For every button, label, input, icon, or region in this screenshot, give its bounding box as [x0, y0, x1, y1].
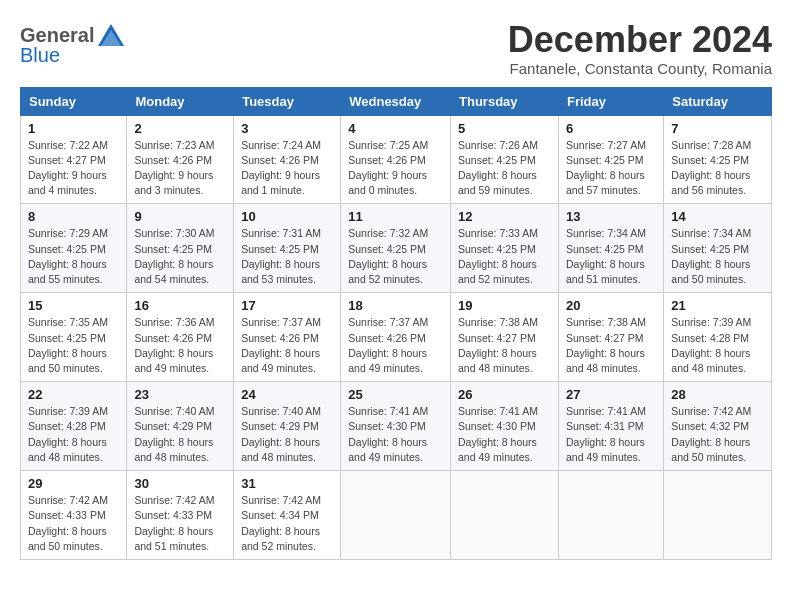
day-detail: Sunrise: 7:26 AM Sunset: 4:25 PM Dayligh… [458, 138, 551, 199]
calendar-day-cell: 18Sunrise: 7:37 AM Sunset: 4:26 PM Dayli… [341, 293, 451, 382]
day-number: 14 [671, 209, 764, 224]
calendar-day-cell: 2Sunrise: 7:23 AM Sunset: 4:26 PM Daylig… [127, 115, 234, 204]
day-detail: Sunrise: 7:32 AM Sunset: 4:25 PM Dayligh… [348, 226, 443, 287]
calendar-day-cell: 9Sunrise: 7:30 AM Sunset: 4:25 PM Daylig… [127, 204, 234, 293]
page-header: General Blue December 2024 Fantanele, Co… [20, 20, 772, 77]
calendar-day-cell: 7Sunrise: 7:28 AM Sunset: 4:25 PM Daylig… [664, 115, 772, 204]
weekday-header-cell: Saturday [664, 87, 772, 115]
day-detail: Sunrise: 7:39 AM Sunset: 4:28 PM Dayligh… [28, 404, 119, 465]
logo-icon [96, 20, 126, 50]
day-detail: Sunrise: 7:35 AM Sunset: 4:25 PM Dayligh… [28, 315, 119, 376]
day-detail: Sunrise: 7:24 AM Sunset: 4:26 PM Dayligh… [241, 138, 333, 199]
day-number: 8 [28, 209, 119, 224]
calendar-day-cell: 26Sunrise: 7:41 AM Sunset: 4:30 PM Dayli… [451, 382, 559, 471]
day-number: 1 [28, 121, 119, 136]
weekday-header-cell: Monday [127, 87, 234, 115]
calendar-day-cell: 29Sunrise: 7:42 AM Sunset: 4:33 PM Dayli… [21, 471, 127, 560]
calendar-day-cell: 10Sunrise: 7:31 AM Sunset: 4:25 PM Dayli… [234, 204, 341, 293]
day-number: 4 [348, 121, 443, 136]
calendar-day-cell: 30Sunrise: 7:42 AM Sunset: 4:33 PM Dayli… [127, 471, 234, 560]
day-detail: Sunrise: 7:25 AM Sunset: 4:26 PM Dayligh… [348, 138, 443, 199]
calendar-day-cell: 25Sunrise: 7:41 AM Sunset: 4:30 PM Dayli… [341, 382, 451, 471]
day-number: 5 [458, 121, 551, 136]
logo: General Blue [20, 20, 126, 67]
day-number: 23 [134, 387, 226, 402]
calendar-day-cell: 16Sunrise: 7:36 AM Sunset: 4:26 PM Dayli… [127, 293, 234, 382]
day-detail: Sunrise: 7:42 AM Sunset: 4:33 PM Dayligh… [28, 493, 119, 554]
day-number: 31 [241, 476, 333, 491]
day-detail: Sunrise: 7:30 AM Sunset: 4:25 PM Dayligh… [134, 226, 226, 287]
calendar-day-cell: 11Sunrise: 7:32 AM Sunset: 4:25 PM Dayli… [341, 204, 451, 293]
calendar-day-cell: 24Sunrise: 7:40 AM Sunset: 4:29 PM Dayli… [234, 382, 341, 471]
day-detail: Sunrise: 7:39 AM Sunset: 4:28 PM Dayligh… [671, 315, 764, 376]
day-detail: Sunrise: 7:29 AM Sunset: 4:25 PM Dayligh… [28, 226, 119, 287]
day-number: 25 [348, 387, 443, 402]
calendar-week-row: 22Sunrise: 7:39 AM Sunset: 4:28 PM Dayli… [21, 382, 772, 471]
calendar-day-cell: 27Sunrise: 7:41 AM Sunset: 4:31 PM Dayli… [558, 382, 663, 471]
day-number: 2 [134, 121, 226, 136]
day-number: 30 [134, 476, 226, 491]
day-number: 16 [134, 298, 226, 313]
day-number: 9 [134, 209, 226, 224]
calendar-day-cell: 13Sunrise: 7:34 AM Sunset: 4:25 PM Dayli… [558, 204, 663, 293]
calendar-week-row: 15Sunrise: 7:35 AM Sunset: 4:25 PM Dayli… [21, 293, 772, 382]
calendar-week-row: 1Sunrise: 7:22 AM Sunset: 4:27 PM Daylig… [21, 115, 772, 204]
calendar-day-cell: 4Sunrise: 7:25 AM Sunset: 4:26 PM Daylig… [341, 115, 451, 204]
calendar-day-cell: 22Sunrise: 7:39 AM Sunset: 4:28 PM Dayli… [21, 382, 127, 471]
day-number: 27 [566, 387, 656, 402]
calendar-day-cell: 28Sunrise: 7:42 AM Sunset: 4:32 PM Dayli… [664, 382, 772, 471]
day-detail: Sunrise: 7:36 AM Sunset: 4:26 PM Dayligh… [134, 315, 226, 376]
day-number: 22 [28, 387, 119, 402]
weekday-header-cell: Sunday [21, 87, 127, 115]
day-detail: Sunrise: 7:40 AM Sunset: 4:29 PM Dayligh… [134, 404, 226, 465]
calendar-week-row: 29Sunrise: 7:42 AM Sunset: 4:33 PM Dayli… [21, 471, 772, 560]
weekday-header-cell: Thursday [451, 87, 559, 115]
day-number: 3 [241, 121, 333, 136]
day-number: 28 [671, 387, 764, 402]
day-detail: Sunrise: 7:23 AM Sunset: 4:26 PM Dayligh… [134, 138, 226, 199]
weekday-header-cell: Tuesday [234, 87, 341, 115]
calendar-day-cell: 14Sunrise: 7:34 AM Sunset: 4:25 PM Dayli… [664, 204, 772, 293]
calendar-day-cell: 1Sunrise: 7:22 AM Sunset: 4:27 PM Daylig… [21, 115, 127, 204]
day-number: 7 [671, 121, 764, 136]
weekday-header-cell: Friday [558, 87, 663, 115]
calendar-day-cell: 12Sunrise: 7:33 AM Sunset: 4:25 PM Dayli… [451, 204, 559, 293]
day-number: 26 [458, 387, 551, 402]
calendar-day-cell: 23Sunrise: 7:40 AM Sunset: 4:29 PM Dayli… [127, 382, 234, 471]
day-number: 17 [241, 298, 333, 313]
day-number: 19 [458, 298, 551, 313]
day-number: 10 [241, 209, 333, 224]
day-detail: Sunrise: 7:34 AM Sunset: 4:25 PM Dayligh… [566, 226, 656, 287]
day-detail: Sunrise: 7:34 AM Sunset: 4:25 PM Dayligh… [671, 226, 764, 287]
logo-blue-text: Blue [20, 44, 60, 67]
calendar-day-cell [341, 471, 451, 560]
day-detail: Sunrise: 7:42 AM Sunset: 4:32 PM Dayligh… [671, 404, 764, 465]
day-number: 6 [566, 121, 656, 136]
day-number: 21 [671, 298, 764, 313]
day-detail: Sunrise: 7:41 AM Sunset: 4:30 PM Dayligh… [348, 404, 443, 465]
weekday-header-cell: Wednesday [341, 87, 451, 115]
day-number: 13 [566, 209, 656, 224]
calendar-day-cell: 21Sunrise: 7:39 AM Sunset: 4:28 PM Dayli… [664, 293, 772, 382]
day-number: 15 [28, 298, 119, 313]
day-number: 12 [458, 209, 551, 224]
calendar-day-cell [558, 471, 663, 560]
calendar-header-row: SundayMondayTuesdayWednesdayThursdayFrid… [21, 87, 772, 115]
calendar-day-cell [664, 471, 772, 560]
day-detail: Sunrise: 7:28 AM Sunset: 4:25 PM Dayligh… [671, 138, 764, 199]
day-number: 20 [566, 298, 656, 313]
day-detail: Sunrise: 7:27 AM Sunset: 4:25 PM Dayligh… [566, 138, 656, 199]
location: Fantanele, Constanta County, Romania [508, 60, 772, 77]
calendar-day-cell: 31Sunrise: 7:42 AM Sunset: 4:34 PM Dayli… [234, 471, 341, 560]
calendar-day-cell: 5Sunrise: 7:26 AM Sunset: 4:25 PM Daylig… [451, 115, 559, 204]
calendar-day-cell: 15Sunrise: 7:35 AM Sunset: 4:25 PM Dayli… [21, 293, 127, 382]
day-detail: Sunrise: 7:37 AM Sunset: 4:26 PM Dayligh… [241, 315, 333, 376]
day-number: 18 [348, 298, 443, 313]
day-detail: Sunrise: 7:42 AM Sunset: 4:34 PM Dayligh… [241, 493, 333, 554]
day-number: 24 [241, 387, 333, 402]
calendar-body: 1Sunrise: 7:22 AM Sunset: 4:27 PM Daylig… [21, 115, 772, 559]
calendar-day-cell: 19Sunrise: 7:38 AM Sunset: 4:27 PM Dayli… [451, 293, 559, 382]
day-detail: Sunrise: 7:41 AM Sunset: 4:31 PM Dayligh… [566, 404, 656, 465]
day-detail: Sunrise: 7:40 AM Sunset: 4:29 PM Dayligh… [241, 404, 333, 465]
calendar-day-cell [451, 471, 559, 560]
